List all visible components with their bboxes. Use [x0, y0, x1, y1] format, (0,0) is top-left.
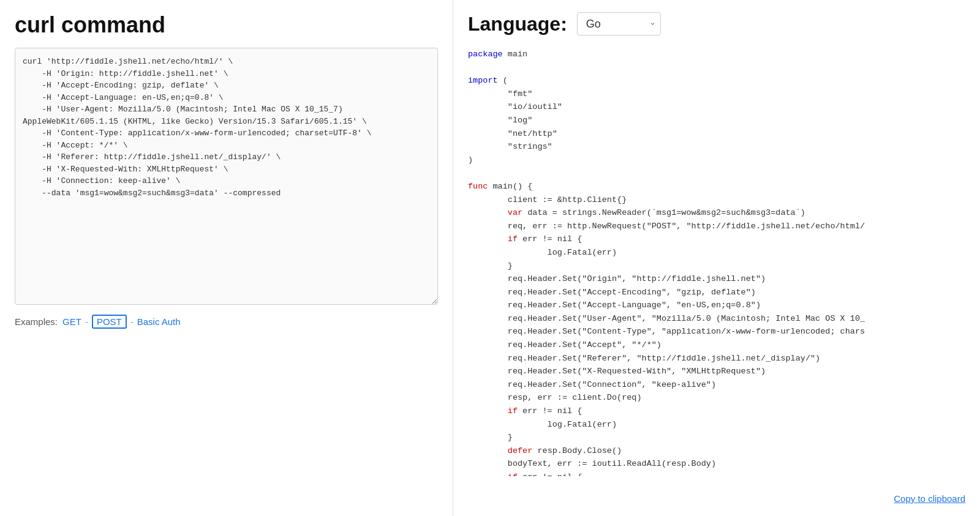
curl-textarea[interactable]: curl 'http://fiddle.jshell.net/echo/html… [15, 48, 438, 305]
right-panel: Language: cURL Go Python JavaScript Ruby… [453, 0, 980, 516]
language-row: Language: cURL Go Python JavaScript Ruby… [468, 12, 965, 36]
example-post-link[interactable]: POST [92, 315, 127, 329]
examples-label: Examples: [15, 316, 58, 327]
separator-2: - [130, 316, 134, 327]
page-title: curl command [15, 12, 438, 38]
copy-to-clipboard-button[interactable]: Copy to clipboard [894, 493, 965, 504]
examples-row: Examples: GET - POST - Basic Auth [15, 315, 438, 329]
example-basic-auth-link[interactable]: Basic Auth [137, 316, 181, 327]
language-select-wrapper: cURL Go Python JavaScript Ruby PHP Java … [577, 12, 661, 36]
example-get-link[interactable]: GET [62, 316, 81, 327]
code-block: package main import ( "fmt" "io/ioutil" … [468, 48, 965, 476]
left-panel: curl command curl 'http://fiddle.jshell.… [0, 0, 453, 516]
separator-1: - [85, 316, 88, 327]
language-label: Language: [468, 13, 567, 36]
language-select[interactable]: cURL Go Python JavaScript Ruby PHP Java … [577, 12, 661, 36]
